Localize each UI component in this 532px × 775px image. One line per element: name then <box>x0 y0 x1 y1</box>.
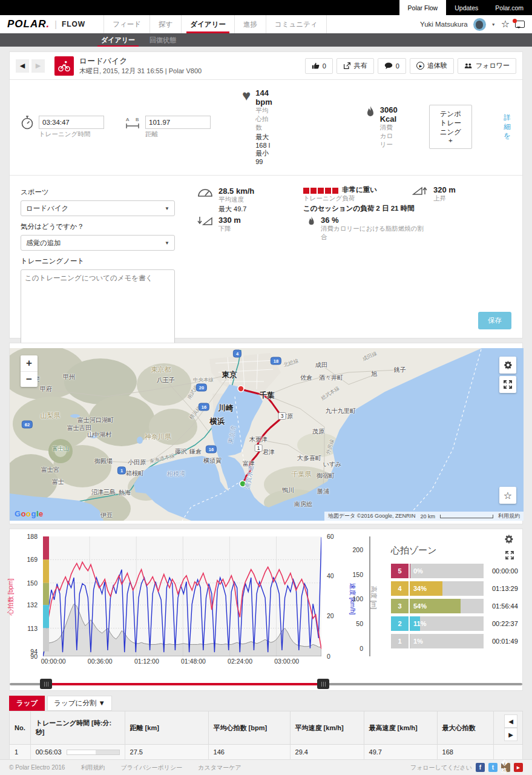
zone-bar-track: 11% <box>410 616 484 631</box>
heart-icon: ♥ <box>242 88 251 165</box>
zone-time: 01:56:44 <box>492 602 518 610</box>
footer-link-privacy[interactable]: プライバシーポリシー <box>120 763 182 772</box>
tab-updates[interactable]: Updates <box>446 0 487 15</box>
map-data-credit: 地図データ ©2016 Google, ZENRIN <box>328 512 416 520</box>
polar-logo[interactable]: POLAR. <box>7 18 50 30</box>
altitude-axis: 200150100500 <box>346 536 370 656</box>
lap-column-header: 距離 [km] <box>125 711 208 745</box>
sport-select[interactable]: ロードバイク▼ <box>21 200 175 216</box>
hr-zone-row: 5 0% 00:00:00 <box>391 564 523 578</box>
save-button[interactable]: 保存 <box>478 312 511 329</box>
instagram-icon[interactable]: �略 <box>501 763 510 772</box>
followers-icon <box>464 62 473 69</box>
map-terms-link[interactable]: 利用規約 <box>498 512 520 520</box>
zone-number: 1 <box>391 634 409 648</box>
gear-icon <box>504 534 514 544</box>
prev-session-button[interactable]: ◀ <box>16 59 29 73</box>
metric-ascent: 320 m 上昇 <box>412 185 456 203</box>
load-squares-icon <box>303 188 338 194</box>
hr-zone-row: 3 54% 01:56:44 <box>391 599 523 613</box>
favorites-star-icon[interactable]: ☆ <box>501 19 510 29</box>
laps-tab[interactable]: ラップ <box>9 696 45 711</box>
distance-input[interactable] <box>145 116 211 129</box>
calories-value: 3060 Kcal <box>380 105 398 124</box>
avg-hr-value: 144 bpm <box>255 88 272 107</box>
next-session-button[interactable]: ▶ <box>31 59 45 73</box>
axis-tick: 200 <box>352 546 363 553</box>
duration-input[interactable] <box>39 116 104 129</box>
hr-zone-row: 2 11% 00:22:37 <box>391 616 523 631</box>
zone-percent: 11% <box>413 620 426 627</box>
hr-zone-row: 1 1% 00:01:49 <box>391 634 523 648</box>
map-card: 東京川崎横浜千葉東京都神奈川県山梨県千葉県八王子甲府甲州甲斐富士吉田山中湖村富士… <box>9 343 523 524</box>
notifications-icon[interactable] <box>515 21 525 28</box>
zoom-in-button[interactable]: + <box>21 355 38 371</box>
feeling-select[interactable]: 感覚の追加▼ <box>21 235 175 251</box>
gear-icon <box>503 360 513 370</box>
map-settings-button[interactable] <box>499 357 516 374</box>
zone-bar-track: 54% <box>410 599 484 613</box>
user-name[interactable]: Yuki Matsukura <box>420 21 468 28</box>
map-fullscreen-button[interactable] <box>499 376 516 393</box>
metric-avg-speed: 28.5 km/h 平均速度 最大 49.7 <box>197 186 254 214</box>
route-map[interactable]: 東京川崎横浜千葉東京都神奈川県山梨県千葉県八王子甲府甲州甲斐富士吉田山中湖村富士… <box>10 348 524 521</box>
youtube-icon[interactable]: ▶ <box>514 763 523 772</box>
split-laps-dropdown[interactable]: ラップに分割 ▼ <box>47 696 112 711</box>
facebook-icon[interactable]: f <box>476 763 485 772</box>
map-favorite-button[interactable]: ☆ <box>499 487 516 504</box>
feeling-label: 気分はどうですか？ <box>21 222 511 231</box>
footer-link-support[interactable]: カスタマーケア <box>198 763 241 772</box>
axis-tick: 60 <box>327 533 334 540</box>
hr-zones-title: 心拍ゾーン <box>391 545 523 556</box>
zoom-out-button[interactable]: − <box>21 371 38 387</box>
notes-textarea[interactable] <box>21 269 175 348</box>
share-button[interactable]: 共有 <box>337 58 374 74</box>
nav-item-community[interactable]: コミュニティ <box>266 15 327 33</box>
session-summary-card: ◀ ▶ ロードバイク 木曜日, 2015, 12月 31 16:55 | Pol… <box>9 51 523 338</box>
slider-handle-left[interactable] <box>40 679 52 689</box>
expand-icon <box>504 380 512 389</box>
laps-next-page-button[interactable]: ▶ <box>504 728 517 741</box>
details-link[interactable]: 詳細を <box>504 113 511 140</box>
like-button[interactable]: 0 <box>305 58 333 74</box>
stat-distance: AB 距離 <box>125 116 211 139</box>
avg-hr-label: 平均心拍数 <box>255 107 272 132</box>
nav-item-diary[interactable]: ダイアリー <box>182 15 235 33</box>
time-axis: 00:00:0000:36:0001:12:0001:48:0002:24:00… <box>43 658 327 666</box>
speed-axis: 6040200 <box>323 536 339 656</box>
chevron-down-icon: ▼ <box>165 240 169 246</box>
nav-item-progress[interactable]: 進捗 <box>235 15 266 33</box>
chart-card: 1881691501321139490 心拍数 [bpm] 6040200 速度… <box>9 529 523 691</box>
subtab-diary[interactable]: ダイアリー <box>94 33 142 47</box>
nav-item-feed[interactable]: フィード <box>103 15 150 33</box>
session-header: ◀ ▶ ロードバイク 木曜日, 2015, 12月 31 16:55 | Pol… <box>10 52 522 80</box>
calories-label: 消費カロリー <box>380 124 398 149</box>
comments-button[interactable]: 0 <box>378 58 406 74</box>
tab-polar-flow[interactable]: Polar Flow <box>399 0 447 15</box>
lap-column-header: トレーニング時間 [時:分:秒] <box>30 711 125 745</box>
axis-tick: 50 <box>356 620 363 627</box>
relive-button[interactable]: ▶ 追体験 <box>410 58 454 74</box>
lap-avg-speed: 29.4 <box>290 745 364 760</box>
footer-link-terms[interactable]: 利用規約 <box>80 763 105 772</box>
laps-prev-page-button[interactable]: ◀ <box>504 714 517 728</box>
avatar[interactable] <box>473 18 486 31</box>
training-benefit-button[interactable]: テンポトレーニング+ <box>429 105 473 149</box>
subtab-recovery[interactable]: 回復状態 <box>142 33 183 47</box>
twitter-icon[interactable]: t <box>488 763 498 772</box>
followers-button[interactable]: フォロワー <box>458 58 516 74</box>
chevron-down-icon[interactable]: ▼ <box>491 22 496 27</box>
tab-polar-com[interactable]: Polar.com <box>487 0 532 15</box>
table-row[interactable]: 1 00:56:03 27.5 146 29.4 49.7 168 <box>10 745 523 760</box>
chart-plot[interactable] <box>43 536 321 656</box>
google-logo: Google <box>15 509 44 518</box>
axis-tick: 150 <box>27 579 38 587</box>
speedometer-icon <box>197 186 213 199</box>
lap-column-header: 平均心拍数 [bpm] <box>208 711 290 745</box>
time-tick: 00:36:00 <box>88 658 113 665</box>
zone-percent: 0% <box>413 567 423 575</box>
slider-handle-right[interactable] <box>317 679 329 689</box>
zone-number: 4 <box>391 581 409 596</box>
nav-item-explore[interactable]: 探す <box>150 15 182 33</box>
metric-descent: 330 m 下降 <box>197 216 241 233</box>
